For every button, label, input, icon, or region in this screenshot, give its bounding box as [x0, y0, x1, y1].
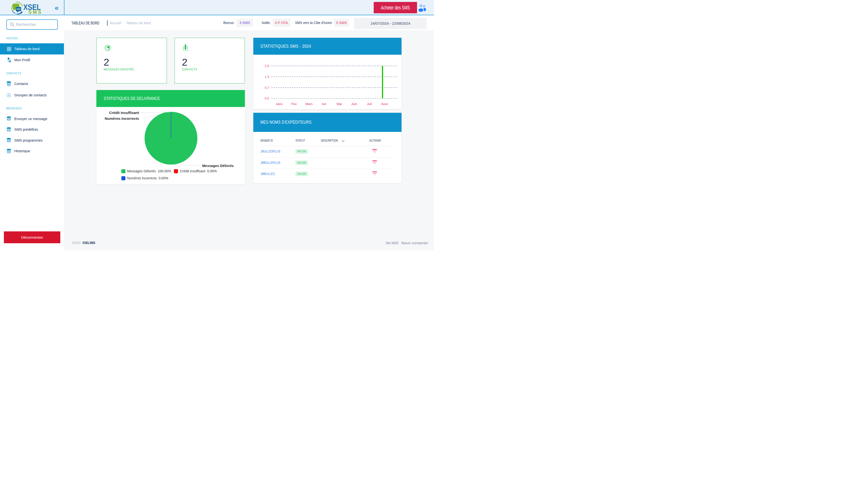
svg-text:Juin: Juin [351, 102, 357, 106]
svg-text:Fév: Fév [291, 102, 297, 106]
svg-text:Janv: Janv [275, 102, 283, 106]
svg-text:1.3: 1.3 [265, 75, 269, 79]
svg-text:2.0: 2.0 [265, 64, 269, 68]
svg-text:0.7: 0.7 [265, 86, 269, 89]
svg-text:Avr: Avr [322, 102, 327, 106]
svg-text:Mai: Mai [337, 102, 342, 106]
svg-text:SMS: SMS [28, 9, 42, 15]
svg-text:Aout: Aout [381, 102, 388, 106]
svg-text:Juil: Juil [367, 102, 372, 106]
svg-text:0.0: 0.0 [265, 97, 269, 100]
svg-text:Mars: Mars [305, 102, 313, 106]
